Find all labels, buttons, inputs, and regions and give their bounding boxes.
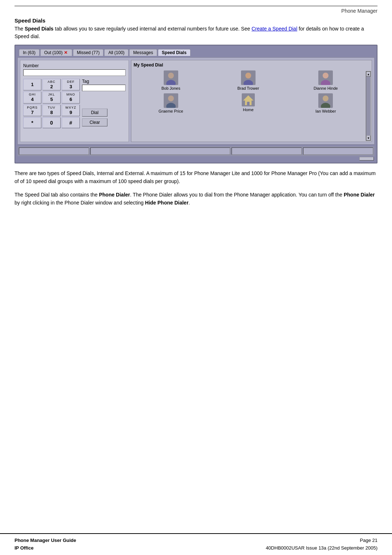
speeddial-title: My Speed Dial <box>134 62 369 68</box>
svg-point-16 <box>323 96 328 101</box>
contact-label-brad-trower: Brad Trower <box>237 86 259 90</box>
para-1: There are two types of Speed Dials, Inte… <box>15 169 377 186</box>
bold-hide-phone-dialer: Hide Phone Dialer <box>145 200 189 206</box>
key-6[interactable]: MNO 6 <box>62 92 80 103</box>
contact-home[interactable]: Home <box>211 93 285 113</box>
speeddial-grid: Bob Jones Brad Trower <box>134 70 369 113</box>
tag-label: Tag <box>82 79 126 84</box>
key-star[interactable]: * <box>23 117 41 128</box>
contact-label-home: Home <box>243 108 253 112</box>
contact-bob-jones[interactable]: Bob Jones <box>134 70 208 90</box>
bold-phone-dialer-2: Phone Dialer <box>344 192 375 198</box>
dialer-panel: Number 1 ABC 2 <box>20 60 129 142</box>
tab-missed[interactable]: Missed (77) <box>73 49 104 56</box>
tab-bar: In (63) Out (100) ✕ Missed (77) All (100… <box>17 48 375 56</box>
pm-status-bar <box>17 146 375 156</box>
status-field-2 <box>90 147 230 155</box>
svg-point-10 <box>168 96 174 101</box>
avatar-graeme-price <box>164 93 178 108</box>
avatar-bob-jones <box>164 70 178 85</box>
pm-main-panel: Number 1 ABC 2 <box>17 57 375 145</box>
key-0[interactable]: 0 <box>42 117 61 128</box>
scroll-down-button[interactable]: ▼ <box>366 135 371 141</box>
key-1[interactable]: 1 <box>23 79 41 90</box>
speeddial-scrollbar[interactable]: ▲ ▼ <box>366 71 371 141</box>
svg-point-4 <box>245 73 251 78</box>
dial-button[interactable]: Dial <box>82 109 107 117</box>
clear-button[interactable]: Clear <box>82 118 107 126</box>
key-9[interactable]: WXYZ 9 <box>62 105 80 116</box>
key-2[interactable]: ABC 2 <box>42 79 61 90</box>
footer-right: Page 21 40DHB0002USAR Issue 13a (22nd Se… <box>266 537 377 552</box>
svg-point-7 <box>323 73 328 78</box>
bottom-scroll-indicator <box>359 157 374 161</box>
avatar-dianne-hinde <box>318 70 333 85</box>
avatar-home <box>242 93 255 106</box>
contact-brad-trower[interactable]: Brad Trower <box>211 70 285 90</box>
footer-page: Page 21 <box>266 537 377 544</box>
key-3[interactable]: DEF 3 <box>62 79 80 90</box>
key-8[interactable]: TUV 8 <box>42 105 61 116</box>
tab-all[interactable]: All (100) <box>104 49 128 56</box>
footer-product: IP Office <box>15 544 76 552</box>
tab-speed-dials[interactable]: Speed Dials <box>158 49 191 56</box>
footer-left: Phone Manager User Guide IP Office <box>15 537 76 552</box>
contact-label-dianne-hinde: Dianne Hinde <box>314 86 338 90</box>
number-label: Number <box>23 63 126 68</box>
tab-out[interactable]: Out (100) ✕ <box>40 49 72 56</box>
key-hash[interactable]: # <box>62 117 80 128</box>
section-title: Speed Dials <box>15 17 377 24</box>
contact-dianne-hinde[interactable]: Dianne Hinde <box>289 70 363 90</box>
key-7[interactable]: PQRS 7 <box>23 105 41 116</box>
para-2: The Speed Dial tab also contains the Pho… <box>15 191 377 207</box>
svg-point-1 <box>168 73 174 78</box>
footer-guide-title: Phone Manager User Guide <box>15 537 76 544</box>
status-field-4 <box>303 147 373 155</box>
footer: Phone Manager User Guide IP Office Page … <box>0 533 392 555</box>
contact-label-graeme-price: Graeme Price <box>159 109 183 113</box>
scroll-up-button[interactable]: ▲ <box>366 72 371 77</box>
create-speed-dial-link[interactable]: Create a Speed Dial <box>252 26 297 32</box>
speeddial-panel: My Speed Dial Bob Jones <box>131 60 372 142</box>
footer-issue: 40DHB0002USAR Issue 13a (22nd September … <box>266 544 377 552</box>
contact-ian-webber[interactable]: Ian Webber <box>289 93 363 113</box>
key-5[interactable]: JKL 5 <box>42 92 61 103</box>
key-4[interactable]: GHI 4 <box>23 92 41 103</box>
app-title: Phone Manager <box>0 8 377 14</box>
status-field-1 <box>19 147 89 155</box>
contact-label-ian-webber: Ian Webber <box>315 109 336 113</box>
keypad-grid: 1 ABC 2 DEF 3 GHI <box>23 79 80 131</box>
avatar-brad-trower <box>241 70 256 85</box>
bold-speed-dials: Speed Dials <box>25 26 53 32</box>
status-field-3 <box>232 147 302 155</box>
pm-bottom-scroll-area <box>17 157 375 161</box>
phone-manager-ui: In (63) Out (100) ✕ Missed (77) All (100… <box>15 45 377 163</box>
contact-label-bob-jones: Bob Jones <box>162 86 180 90</box>
avatar-ian-webber <box>318 93 333 108</box>
section-desc: The Speed Dials tab allows you to save r… <box>15 25 377 40</box>
tag-input[interactable] <box>82 85 126 91</box>
scroll-track <box>367 77 370 135</box>
number-input[interactable] <box>23 69 126 76</box>
tab-in[interactable]: In (63) <box>19 49 40 56</box>
svg-rect-14 <box>247 102 249 105</box>
x-icon: ✕ <box>64 50 68 55</box>
bold-phone-dialer-1: Phone Dialer <box>99 192 130 198</box>
contact-graeme-price[interactable]: Graeme Price <box>134 93 208 113</box>
tab-messages[interactable]: Messages <box>129 49 157 56</box>
